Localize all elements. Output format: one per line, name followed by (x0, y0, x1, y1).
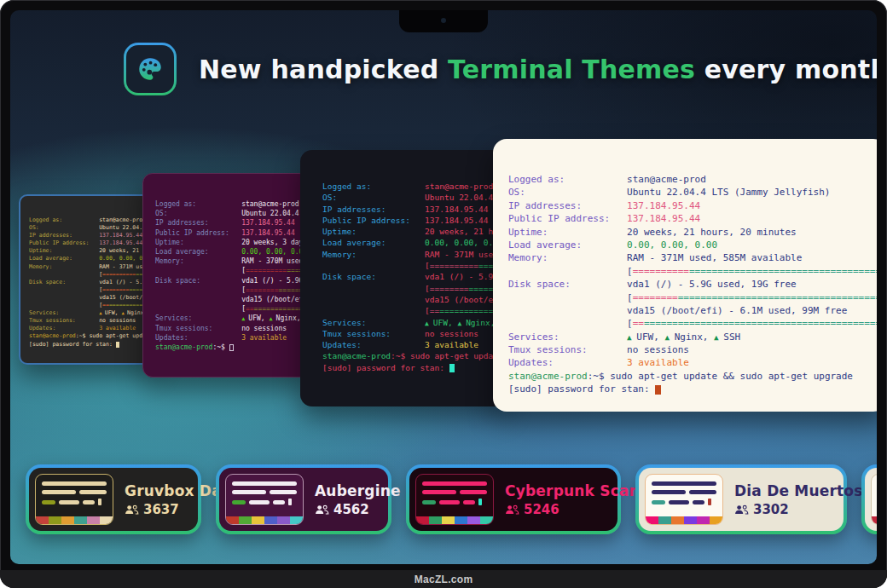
terminal-window-light[interactable]: Logged as:stan@acme-prodOS:Ubuntu 22.04.… (493, 139, 877, 412)
terminal-text-segment: stan@acme-prod (627, 174, 706, 185)
terminal-text-segment: stan@acme-prod (425, 182, 493, 191)
terminal-label: Services: (322, 317, 425, 328)
terminal-line: [=======================================… (508, 291, 877, 304)
terminal-window-aubergine[interactable]: Logged as:stan@acme-prodOS:Ubuntu 22.04.… (142, 173, 310, 378)
theme-palette-strip (36, 516, 113, 524)
terminal-line: Load average:0.00, 0.00, 0.00 (508, 239, 877, 251)
terminal-text-segment: RAM - 371M used, 585M available (627, 252, 802, 263)
palette-icon (124, 43, 177, 95)
terminal-label: Uptime: (29, 247, 99, 255)
terminal-text-segment: Ubuntu 22.04.4 LTS (Jammy Jellyfish) (627, 187, 830, 198)
terminal-line: [=======================================… (322, 283, 507, 294)
terminal-label: Logged as: (29, 216, 99, 224)
terminal-text-segment: 3 available (99, 325, 136, 331)
terminal-line: stan@acme-prod:~$ (155, 343, 309, 352)
terminal-line: Updates:3 available (508, 356, 877, 369)
terminal-line: Load average:0.00, 0.00, 0.00 (29, 255, 154, 262)
terminal-text-segment: 137.184.95.44 (425, 216, 488, 225)
theme-palette-strip (416, 516, 493, 524)
terminal-label: Disk space: (155, 276, 241, 285)
terminal-label: OS: (29, 224, 99, 232)
terminal-label: Updates: (155, 333, 241, 343)
terminal-label: Logged as: (508, 173, 627, 186)
theme-card-dia-de-muertos[interactable]: Dia De Muertos 3302 (635, 464, 847, 534)
palette-strip-color (74, 516, 87, 524)
terminal-text-segment: stan@acme-prod (322, 351, 391, 360)
terminal-text-segment: ==================================== (678, 292, 877, 303)
theme-name: Cyberpunk Scarlet (505, 482, 607, 499)
terminal-line: Public IP address:137.184.95.44 (29, 239, 154, 247)
terminal-text-segment: UFW, (248, 314, 269, 322)
theme-card-aubergine[interactable]: Aubergine 4562 (216, 464, 391, 534)
theme-users: 4562 (315, 502, 378, 517)
terminal-text-segment: [ (627, 292, 633, 303)
theme-card-gruvbox-dark[interactable]: Gruvbox Dark 3637 (26, 464, 201, 534)
terminal-text-segment: UFW, (636, 331, 664, 343)
terminal-line: [=======================================… (29, 302, 154, 309)
terminal-line: Updates:3 available (29, 325, 154, 332)
palette-strip-color (658, 516, 671, 524)
terminal-line: Memory:RAM - 371M used, 585M available (508, 251, 877, 264)
terminal-label: Public IP address: (29, 239, 99, 247)
terminal-text-segment: :~$ (212, 343, 229, 351)
terminal-label: IP addresses: (322, 204, 425, 215)
terminal-text-segment: UFW, (105, 309, 122, 316)
terminal-text-segment: 137.184.95.44 (99, 232, 142, 239)
theme-card-cyberpunk-scarlet[interactable]: Cyberpunk Scarlet 5246 (406, 464, 621, 534)
terminal-label: Load average: (155, 247, 241, 257)
terminal-text-segment: ========== (430, 261, 478, 270)
terminal-line: [=======================================… (29, 286, 154, 294)
terminal-window-gruvbox[interactable]: Logged as:stan@acme-prodOS:Ubuntu 22.04.… (19, 194, 155, 365)
terminal-line: Updates:3 available (155, 333, 309, 343)
terminal-line: Public IP address:137.184.95.44 (508, 212, 877, 225)
terminal-label: Services: (29, 309, 99, 317)
terminal-line: OS:Ubuntu 22.04.4 LTS (Jammy Jellyfish) (155, 209, 309, 218)
laptop-chin: MacZL.com (0, 570, 887, 588)
terminal-text-segment: SSH (723, 331, 740, 343)
terminal-line: Tmux sessions:no sessions (29, 317, 154, 325)
users-icon (505, 504, 519, 515)
theme-name: Gruvbox Dark (125, 482, 188, 499)
palette-strip-color (429, 516, 442, 524)
palette-strip-color (264, 516, 277, 524)
terminal-text-segment: 0.00, 0.00, 0.00 (241, 248, 307, 256)
terminal-line: Tmux sessions:no sessions (155, 324, 309, 333)
terminal-text-segment: UFW, (433, 318, 458, 327)
terminal-line: Services:▲ UFW, ▲ Nginx, ▲ SSH (508, 331, 877, 343)
title-part-accent: Terminal Themes (448, 55, 695, 84)
theme-thumbnail (35, 474, 113, 525)
terminal-line: Disk space:vda1 (/) - 5.9G used, 19G fre… (508, 278, 877, 291)
theme-card-partial[interactable] (861, 464, 877, 534)
palette-strip-color (87, 516, 100, 524)
terminal-label: Services: (155, 314, 241, 323)
terminal-text-segment: stan@acme-prod (508, 371, 588, 382)
terminal-text-segment: [ (627, 318, 633, 329)
terminal-text-segment: ======== (102, 286, 129, 293)
palette-strip-color (684, 516, 697, 524)
theme-thumbnail (645, 474, 723, 525)
terminal-text-segment: == (246, 305, 254, 313)
terminal-label: OS: (155, 209, 241, 218)
terminal-label: Uptime: (155, 238, 241, 247)
terminal-line: Logged as:stan@acme-prod (508, 173, 877, 186)
terminal-label: OS: (322, 192, 425, 203)
terminal-line: Updates:3 available (322, 339, 507, 350)
theme-name: Aubergine (315, 482, 378, 499)
terminal-line: Uptime:20 weeks, 3 days, 2 hours (155, 238, 309, 247)
terminal-text-segment: 137.184.95.44 (627, 200, 700, 211)
terminal-line: Public IP address:137.184.95.44 (322, 215, 507, 226)
theme-thumbnail (415, 474, 494, 525)
laptop-frame: New handpicked Terminal Themes every mon… (0, 0, 887, 588)
terminal-window-dark[interactable]: Logged as:stan@acme-prodOS:Ubuntu 22.04.… (300, 150, 507, 406)
terminal-line: Memory:RAM - 371M used, 585M available (29, 263, 154, 271)
palette-strip-color (416, 516, 429, 524)
palette-icon-glyph (136, 55, 165, 84)
terminal-text-segment: 137.184.95.44 (425, 205, 488, 214)
terminal-line: Services:▲ UFW, ▲ Nginx, ▲ SSH (29, 309, 154, 317)
terminal-text-segment: no sessions (627, 344, 689, 355)
terminal-line: Disk space:vda1 (/) - 5.9G used, 19G fre… (322, 271, 507, 282)
palette-strip-color (36, 516, 49, 524)
terminal-line: OS:Ubuntu 22.04.4 LTS (Jammy Jellyfish) (322, 192, 507, 203)
terminal-label: Uptime: (508, 226, 627, 239)
terminal-line: stan@acme-prod:~$ sudo apt-get update &&… (508, 370, 877, 383)
